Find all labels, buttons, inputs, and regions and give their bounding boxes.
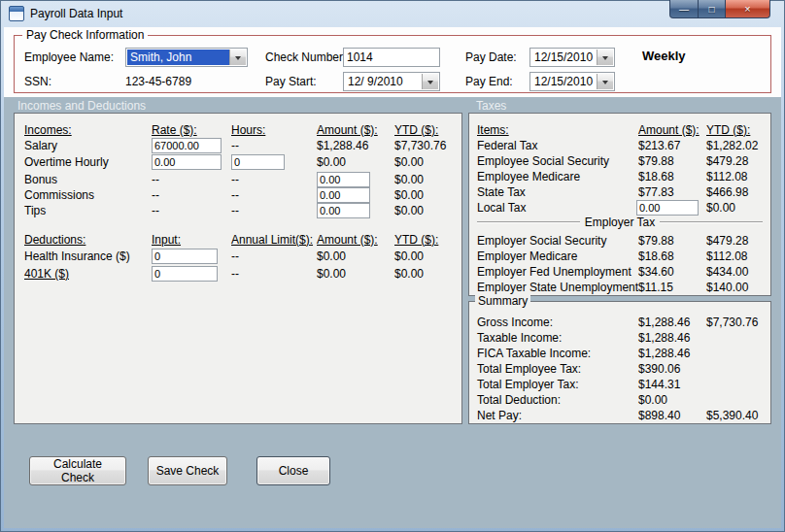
commissions-amount-input[interactable] — [317, 187, 370, 203]
employer-tax-divider: Employer Tax — [477, 214, 763, 230]
employee-name-label: Employee Name: — [24, 50, 114, 64]
pay-date-value: 12/15/2010 — [534, 50, 593, 64]
overtime-hours-input[interactable] — [231, 154, 285, 170]
401k-ytd: $0.00 — [394, 267, 458, 281]
rate-header: Rate ($): — [152, 123, 231, 137]
save-check-button[interactable]: Save Check — [148, 456, 227, 485]
gross-income-ytd: $7,730.76 — [706, 316, 767, 329]
employer-state-unemployment-label: Employer State Unemployment — [477, 281, 638, 294]
state-tax-ytd: $466.98 — [706, 185, 767, 199]
incomes-deductions-panel: Incomes: Rate ($): Hours: Amount ($): YT… — [14, 113, 462, 424]
employer-ss-ytd: $479.28 — [706, 234, 767, 248]
overtime-label: Overtime Hourly — [24, 155, 152, 169]
table-row: 401K ($) -- $0.00 $0.00 — [24, 265, 458, 282]
gross-income-amount: $1,288.46 — [638, 316, 706, 329]
taxes-band-label: Taxes — [476, 99, 506, 113]
employer-fed-unemployment-label: Employer Fed Unemployment — [477, 265, 638, 279]
amount-header: Amount ($): — [317, 123, 394, 137]
table-row: Employer State Unemployment $11.15 $140.… — [477, 279, 767, 295]
table-row: Total Deduction: $0.00 — [477, 391, 767, 408]
employee-ss-amount: $79.88 — [638, 154, 706, 168]
pay-frequency-label: Weekly — [642, 49, 686, 63]
incomes-header: Incomes: — [24, 123, 152, 137]
table-row: FICA Taxable Income: $1,288.46 — [477, 345, 767, 361]
bonus-amount-input[interactable] — [317, 172, 370, 187]
table-row: Taxable Income: $1,288.46 — [477, 329, 767, 346]
items-header: Items: — [477, 123, 638, 137]
employer-ss-amount: $79.88 — [638, 234, 706, 248]
deductions-header: Deductions: — [24, 233, 152, 247]
incomes-header-row: Incomes: Rate ($): Hours: Amount ($): YT… — [24, 121, 458, 138]
tips-amount-input[interactable] — [317, 203, 370, 218]
salary-hours: -- — [231, 139, 317, 152]
maximize-button[interactable]: □ — [699, 0, 726, 18]
incomes-deductions-band-label: Incomes and Deductions — [17, 99, 146, 113]
overtime-amount: $0.00 — [317, 155, 394, 169]
pay-end-picker[interactable]: 12/15/2010 — [529, 72, 615, 91]
chevron-down-icon[interactable] — [422, 74, 438, 89]
hours-header: Hours: — [231, 123, 317, 137]
minimize-button[interactable]: — — [669, 0, 699, 18]
tips-hours: -- — [231, 204, 317, 217]
pay-start-value: 12/ 9/2010 — [348, 75, 403, 88]
tips-rate: -- — [152, 204, 231, 217]
titlebar[interactable]: Payroll Data Input — □ × — [0, 0, 785, 27]
health-insurance-input[interactable] — [152, 249, 218, 264]
pay-date-picker[interactable]: 12/15/2010 — [529, 48, 615, 67]
table-row: State Tax $77.83 $466.98 — [477, 183, 767, 200]
overtime-rate-input[interactable] — [152, 154, 222, 170]
ssn-label: SSN: — [24, 75, 51, 88]
table-row: Total Employer Tax: $144.31 — [477, 376, 767, 392]
table-row: Employee Medicare $18.68 $112.08 — [477, 168, 767, 184]
net-pay-label: Net Pay: — [477, 409, 638, 422]
ytd-header: YTD ($): — [394, 123, 458, 137]
chevron-down-icon[interactable] — [229, 50, 246, 65]
local-tax-label: Local Tax — [477, 201, 638, 215]
employee-name-selected: Smith, John — [127, 50, 230, 65]
employer-medicare-ytd: $112.08 — [706, 249, 767, 263]
input-header: Input: — [152, 233, 231, 247]
calculate-check-button[interactable]: Calculate Check — [29, 456, 126, 485]
commissions-ytd: $0.00 — [394, 188, 458, 202]
employer-state-unemployment-amount: $11.15 — [638, 281, 706, 294]
health-insurance-ytd: $0.00 — [394, 249, 458, 263]
employer-fed-unemployment-ytd: $434.00 — [706, 265, 767, 279]
overtime-ytd: $0.00 — [394, 155, 458, 169]
taxes-header-row: Items: Amount ($): YTD ($): — [477, 121, 767, 138]
401k-label: 401K ($) — [24, 267, 152, 281]
state-tax-amount: $77.83 — [638, 185, 706, 199]
401k-amount: $0.00 — [317, 267, 394, 281]
net-pay-ytd: $5,390.40 — [706, 409, 767, 422]
bonus-label: Bonus — [24, 173, 152, 186]
employee-medicare-amount: $18.68 — [638, 170, 706, 183]
salary-ytd: $7,730.76 — [394, 139, 458, 152]
table-row: Employer Fed Unemployment $34.60 $434.00 — [477, 263, 767, 280]
chevron-down-icon[interactable] — [597, 74, 613, 89]
salary-label: Salary — [24, 139, 152, 152]
gross-income-label: Gross Income: — [477, 316, 638, 329]
close-dialog-button[interactable]: Close — [256, 456, 330, 485]
commissions-label: Commissions — [24, 188, 152, 202]
pay-start-picker[interactable]: 12/ 9/2010 — [343, 72, 440, 91]
total-employer-tax-amount: $144.31 — [638, 378, 706, 391]
payroll-window: Payroll Data Input — □ × Pay Check Infor… — [0, 0, 785, 532]
pay-end-value: 12/15/2010 — [534, 75, 593, 88]
check-number-input[interactable] — [343, 48, 440, 67]
total-employee-tax-amount: $390.06 — [638, 362, 706, 376]
employee-medicare-label: Employee Medicare — [477, 170, 638, 183]
employee-name-combobox[interactable]: Smith, John — [125, 48, 248, 67]
employer-medicare-label: Employer Medicare — [477, 249, 638, 263]
tips-ytd: $0.00 — [394, 204, 458, 217]
table-row: Tips -- -- $0.00 — [24, 202, 458, 218]
table-row: Commissions -- -- $0.00 — [24, 186, 458, 203]
close-button[interactable]: × — [726, 0, 770, 18]
401k-input[interactable] — [152, 266, 218, 282]
salary-rate-input[interactable] — [152, 138, 222, 153]
employer-medicare-amount: $18.68 — [638, 249, 706, 263]
employer-ss-label: Employer Social Security — [477, 234, 638, 248]
ded-amount-header: Amount ($): — [317, 233, 394, 247]
employer-tax-divider-label: Employer Tax — [585, 216, 655, 229]
chevron-down-icon[interactable] — [597, 50, 613, 65]
federal-tax-amount: $213.67 — [638, 139, 706, 152]
paycheck-info-group: Pay Check Information Employee Name: Smi… — [14, 35, 771, 93]
